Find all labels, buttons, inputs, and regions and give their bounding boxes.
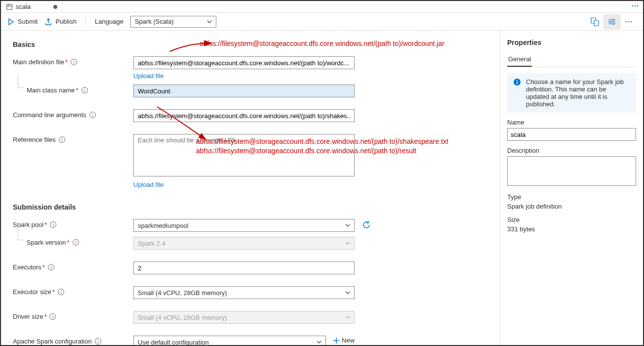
info-box: Choose a name for your Spark job definit… — [507, 73, 636, 113]
apache-conf-select[interactable]: Use default configuration — [133, 336, 326, 345]
info-icon[interactable]: i — [95, 338, 101, 345]
tab-general[interactable]: General — [507, 52, 532, 67]
info-icon[interactable]: i — [58, 289, 64, 295]
section-submission: Submission details — [13, 203, 488, 211]
separator — [85, 17, 86, 27]
label-executors: Executors — [13, 263, 41, 271]
plus-icon — [333, 337, 340, 344]
type-label: Type — [507, 193, 636, 201]
svg-point-1 — [632, 5, 633, 6]
driver-size-select: Small (4 vCPU, 28GB memory) — [133, 311, 355, 324]
info-icon[interactable]: i — [50, 221, 56, 228]
label-cmd-args: Command line arguments — [13, 111, 86, 119]
upload-file-link-1[interactable]: Upload file — [133, 72, 163, 80]
required-marker: * — [52, 288, 55, 296]
svg-point-6 — [612, 19, 614, 21]
label-executor-size: Executor size — [13, 288, 51, 296]
info-icon[interactable]: i — [81, 87, 88, 93]
spark-pool-value: sparkmediumpool — [138, 222, 189, 229]
required-marker: * — [42, 263, 45, 271]
publish-label: Publish — [55, 18, 77, 25]
toolbar-more[interactable] — [620, 14, 637, 29]
related-button[interactable] — [587, 14, 604, 29]
new-config-button[interactable]: New — [333, 337, 355, 344]
play-icon — [7, 18, 15, 26]
chevron-down-icon — [345, 223, 350, 228]
svg-point-11 — [631, 21, 632, 22]
info-icon[interactable]: i — [71, 59, 77, 65]
svg-point-10 — [628, 21, 629, 22]
info-icon — [513, 78, 521, 86]
tab-bar: scala — [1, 1, 643, 13]
name-label: Name — [507, 119, 636, 126]
desc-label: Description — [507, 147, 636, 154]
info-text: Choose a name for your Spark job definit… — [526, 78, 630, 108]
name-input[interactable] — [507, 128, 636, 141]
desc-textarea[interactable] — [507, 156, 636, 186]
label-main-def-file: Main definition file — [13, 58, 64, 66]
svg-point-8 — [612, 23, 614, 25]
apache-conf-value: Use default configuration — [138, 339, 209, 346]
size-label: Size — [507, 216, 636, 223]
cmd-args-input[interactable] — [133, 109, 355, 122]
tab-scala[interactable]: scala — [1, 1, 63, 12]
required-marker: * — [44, 221, 47, 228]
ref-files-textarea[interactable] — [133, 134, 355, 176]
label-apache-conf: Apache Spark configuration — [13, 338, 92, 345]
svg-rect-0 — [7, 4, 12, 9]
required-marker: * — [44, 313, 46, 320]
label-spark-version: Spark version — [27, 239, 66, 246]
required-marker: * — [67, 239, 69, 246]
required-marker: * — [76, 86, 79, 94]
more-icon — [631, 2, 639, 9]
submit-label: Submit — [18, 18, 38, 25]
executor-size-select[interactable]: Small (4 vCPU, 28GB memory) — [133, 286, 355, 299]
tab-label: scala — [16, 3, 31, 10]
new-label: New — [342, 337, 355, 344]
submit-button[interactable]: Submit — [7, 18, 38, 26]
properties-tabs: General — [507, 52, 636, 67]
file-icon — [6, 3, 13, 10]
chevron-down-icon — [317, 340, 322, 345]
chevron-down-icon — [345, 290, 350, 295]
driver-size-value: Small (4 vCPU, 28GB memory) — [138, 314, 227, 321]
section-basics: Basics — [13, 41, 488, 48]
properties-title: Properties — [507, 39, 636, 46]
required-marker: * — [65, 58, 68, 66]
executors-input[interactable] — [133, 261, 355, 274]
refresh-button[interactable] — [362, 220, 371, 230]
svg-point-3 — [637, 5, 638, 6]
language-select[interactable]: Spark (Scala) — [130, 16, 216, 28]
publish-button[interactable]: Publish — [44, 18, 77, 26]
svg-point-13 — [517, 80, 518, 81]
info-icon[interactable]: i — [59, 136, 65, 143]
more-icon — [625, 18, 633, 25]
info-icon[interactable]: i — [89, 112, 96, 118]
info-icon[interactable]: i — [73, 239, 79, 246]
toolbar: Submit Publish Language Spark (Scala) — [1, 13, 643, 31]
svg-point-7 — [609, 21, 611, 23]
main-def-file-input[interactable] — [133, 56, 355, 69]
upload-file-link-2[interactable]: Upload file — [133, 181, 163, 188]
label-main-class: Main class name — [27, 86, 75, 94]
tabbar-more[interactable] — [631, 2, 643, 11]
properties-panel: Properties General Choose a name for you… — [500, 31, 643, 345]
info-icon[interactable]: i — [49, 313, 56, 320]
spark-pool-select[interactable]: sparkmediumpool — [133, 219, 355, 232]
main-class-input[interactable] — [133, 85, 355, 97]
svg-rect-14 — [517, 82, 518, 84]
spark-version-value: Spark 2.4 — [138, 240, 165, 247]
svg-point-2 — [635, 5, 636, 6]
dirty-indicator — [53, 5, 57, 9]
settings-sliders-icon — [607, 17, 616, 26]
info-icon[interactable]: i — [48, 264, 54, 270]
related-icon — [591, 17, 600, 26]
svg-rect-5 — [594, 20, 599, 26]
properties-toggle[interactable] — [604, 14, 620, 29]
chevron-down-icon — [345, 315, 350, 320]
spark-version-select: Spark 2.4 — [133, 237, 355, 250]
publish-icon — [44, 18, 52, 26]
size-value: 331 bytes — [507, 225, 636, 233]
chevron-down-icon — [207, 19, 212, 24]
executor-size-value: Small (4 vCPU, 28GB memory) — [138, 289, 227, 297]
